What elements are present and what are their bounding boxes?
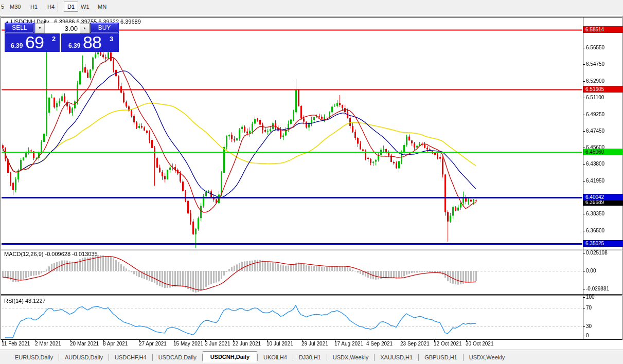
rsi-axis-tick: 70 — [586, 305, 592, 311]
tab-ukoil-h4[interactable]: UKOil,H4 — [258, 352, 293, 363]
timeframe-toolbar: 5M30H1H4D1W1MN — [0, 0, 623, 15]
rsi-axis-tick: 0 — [586, 333, 589, 338]
volume-input[interactable] — [45, 23, 80, 33]
price-axis-tick: 6.47450 — [586, 128, 604, 134]
tab-eurusd-daily[interactable]: EURUSD,Daily — [9, 352, 59, 363]
price-badge-6.51605: 6.51605 — [583, 86, 623, 93]
buy-button[interactable]: BUY — [91, 23, 118, 33]
tab-usdchf-h4[interactable]: USDCHF,H4 — [109, 352, 152, 363]
price-axis-tick: 6.51100 — [586, 95, 604, 100]
price-axis-tick: 6.54750 — [586, 61, 604, 67]
date-axis-label: 20 Mar 2021 — [70, 341, 99, 347]
sell-price-fraction: 2 — [52, 35, 56, 43]
timeframe-button-h4[interactable]: H4 — [47, 4, 55, 10]
timeframe-button-m30[interactable]: M30 — [10, 4, 21, 10]
timeframe-button-d1[interactable]: D1 — [64, 2, 78, 12]
date-axis-label: 12 Oct 2021 — [434, 341, 461, 347]
date-axis-label: 2 Mar 2021 — [35, 341, 61, 347]
buy-price-base: 6.39 — [68, 42, 80, 49]
timeframe-button-h1[interactable]: H1 — [30, 4, 38, 10]
date-axis-label: 29 Jul 2021 — [301, 341, 328, 347]
tab-usdcad-daily[interactable]: USDCAD,Daily — [153, 352, 202, 363]
price-badge-6.58514: 6.58514 — [583, 26, 623, 33]
price-axis-tick: 6.41950 — [586, 178, 604, 184]
sell-price-display[interactable]: 6.39 69 2 — [5, 33, 61, 52]
trade-panel-top-row: SELL ▼ ▲ BUY — [5, 23, 119, 33]
price-axis-tick: 6.43800 — [586, 161, 604, 167]
date-axis-label: 3 Jun 2021 — [205, 341, 230, 347]
price-badge-6.45060: 6.45060 — [583, 149, 623, 155]
price-badge-6.40042: 6.40042 — [583, 194, 623, 201]
price-axis-tick: 6.38350 — [586, 211, 604, 216]
date-axis-label: 22 Jun 2021 — [233, 341, 261, 347]
one-click-trading-panel: SELL ▼ ▲ BUY 6.39 69 2 6.39 88 3 — [5, 23, 119, 52]
date-axis-label: 17 Aug 2021 — [334, 341, 363, 347]
rsi-indicator-label: RSI(14) 43.1227 — [4, 298, 46, 304]
date-axis-label: 15 May 2021 — [173, 341, 203, 347]
toolbar-separator — [58, 2, 58, 12]
macd-axis-tick: 0.025108 — [586, 250, 608, 256]
macd-indicator-label: MACD(12,26,9) -0.009628 -0.013035 — [4, 251, 98, 257]
timeframe-button-mn[interactable]: MN — [98, 4, 106, 10]
timeframe-button-w1[interactable]: W1 — [81, 4, 90, 10]
macd-axis-tick: -0.029881 — [586, 286, 609, 292]
price-axis-tick: 6.52900 — [586, 78, 604, 84]
buy-price-fraction: 3 — [110, 35, 113, 43]
tab-usdx-weekly[interactable]: USDX,Weekly — [464, 352, 510, 363]
tab-usdcnh-daily[interactable]: USDCNH,Daily — [203, 351, 257, 362]
buy-price-pips: 88 — [83, 32, 101, 52]
date-axis-label: 30 Oct 2021 — [466, 341, 493, 347]
price-axis-tick: 6.49250 — [586, 112, 604, 117]
date-axis-label: 23 Sep 2021 — [400, 341, 430, 347]
tab-usdx-weekly[interactable]: USDX,Weekly — [327, 352, 374, 363]
price-axis-tick: 6.36500 — [586, 228, 604, 233]
date-axis-label: 10 Jul 2021 — [266, 341, 293, 347]
sell-price-pips: 69 — [25, 32, 44, 52]
sell-button[interactable]: SELL — [6, 23, 33, 33]
tab-audusd-daily[interactable]: AUDUSD,Daily — [59, 352, 109, 363]
timeframe-button-5[interactable]: 5 — [1, 4, 4, 10]
macd-axis-tick: 0.00 — [586, 268, 596, 274]
price-axis-tick: 6.56550 — [586, 45, 604, 50]
sell-price-base: 6.39 — [11, 42, 23, 49]
rsi-axis-tick: 100 — [586, 294, 595, 300]
tab-dj30-h1[interactable]: DJ30,H1 — [293, 352, 327, 363]
volume-decrease-button[interactable]: ▼ — [35, 23, 45, 33]
rsi-axis-tick: 30 — [586, 323, 592, 329]
tab-xauusd-h1[interactable]: XAUUSD,H1 — [375, 352, 418, 363]
date-axis-label: 11 Feb 2021 — [2, 341, 30, 347]
date-axis-label: 8 Apr 2021 — [103, 341, 128, 347]
volume-increase-button[interactable]: ▲ — [80, 23, 90, 33]
tab-gbpusd-h1[interactable]: GBPUSD,H1 — [419, 352, 463, 363]
chart-canvas[interactable] — [0, 0, 623, 364]
chart-tab-bar: EURUSD,DailyAUDUSD,DailyUSDCHF,H4USDCAD,… — [0, 350, 623, 364]
price-badge-6.35025: 6.35025 — [583, 240, 623, 247]
buy-price-display[interactable]: 6.39 88 3 — [62, 33, 119, 52]
date-axis-label: 27 Apr 2021 — [139, 341, 167, 347]
date-axis-label: 4 Sep 2021 — [366, 341, 393, 347]
